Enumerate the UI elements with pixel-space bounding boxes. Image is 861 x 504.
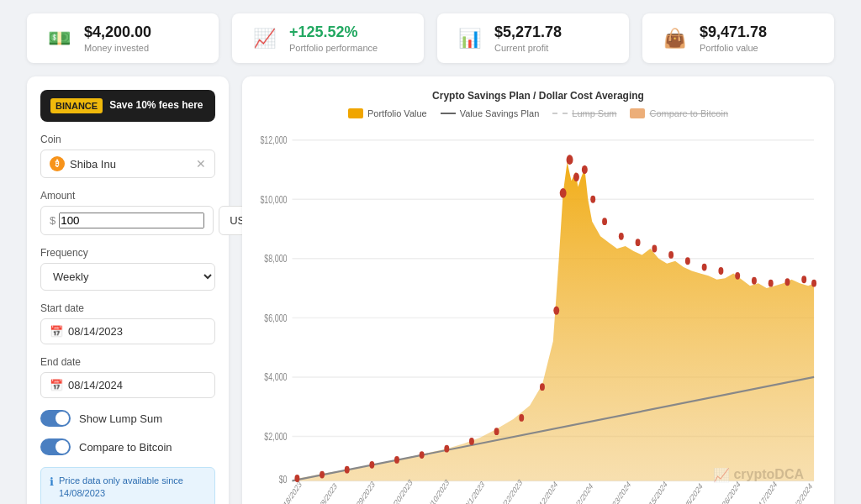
svg-text:$6,000: $6,000 xyxy=(264,312,287,323)
amount-input-wrapper[interactable]: $ xyxy=(40,206,214,235)
start-date-field-group: Start date 📅 08/14/2023 xyxy=(40,302,215,344)
watermark-icon: 📈 xyxy=(713,467,730,483)
end-date-field-group: End date 📅 08/14/2024 xyxy=(40,356,215,398)
dot-marker xyxy=(553,306,559,314)
legend-line-savings xyxy=(441,113,456,114)
performance-value: +125.52% xyxy=(289,24,378,41)
dot-marker xyxy=(769,280,774,287)
legend-swatch-bitcoin xyxy=(630,108,645,118)
svg-text:9/8/2023: 9/8/2023 xyxy=(316,480,338,504)
portfolio-value-amount: $9,471.78 xyxy=(700,24,767,41)
svg-text:9/29/2023: 9/29/2023 xyxy=(351,479,376,504)
start-date-label: Start date xyxy=(40,302,215,314)
profit-label: Current profit xyxy=(494,43,562,53)
profit-value: $5,271.78 xyxy=(494,24,562,41)
dot-marker xyxy=(567,155,573,165)
dot-marker xyxy=(420,451,425,459)
legend-label-bitcoin: Compare to Bitcoin xyxy=(649,108,728,118)
dot-marker xyxy=(652,245,657,253)
portfolio-icon: 👜 xyxy=(659,28,689,50)
legend-label-lump: Lump Sum xyxy=(572,108,616,118)
svg-text:3/15/2024: 3/15/2024 xyxy=(644,479,668,504)
chart-title: Crypto Savings Plan / Dollar Cost Averag… xyxy=(256,90,821,102)
calendar-icon: 📅 xyxy=(50,325,63,338)
info-icon: ℹ xyxy=(50,475,54,488)
dot-marker xyxy=(718,267,723,275)
compare-bitcoin-toggle-row: Compare to Bitcoin xyxy=(40,438,215,455)
dot-marker xyxy=(345,466,350,474)
performance-label: Portfolio performance xyxy=(289,43,378,53)
svg-text:12/1/2023: 12/1/2023 xyxy=(461,479,485,504)
dot-marker xyxy=(619,233,624,240)
legend-label-portfolio: Portfolio Value xyxy=(367,108,427,118)
stat-current-profit: 📊 $5,271.78 Current profit xyxy=(437,13,629,63)
portfolio-value-label: Portfolio value xyxy=(700,43,767,53)
svg-text:$0: $0 xyxy=(279,474,288,486)
dot-marker xyxy=(444,445,449,453)
amount-label: Amount xyxy=(40,190,215,202)
dollar-sign: $ xyxy=(50,214,55,227)
dot-marker xyxy=(540,383,545,391)
dot-marker xyxy=(369,461,374,469)
frequency-select[interactable]: Weekly Daily Monthly xyxy=(40,263,215,291)
amount-input[interactable] xyxy=(59,213,204,228)
chart-legend: Portfolio Value Value Savings Plan Lump … xyxy=(256,108,821,118)
frequency-field-group: Frequency Weekly Daily Monthly xyxy=(40,247,215,291)
amount-row: $ USD EUR GBP xyxy=(40,206,215,235)
dot-marker xyxy=(685,257,690,265)
dot-marker xyxy=(494,428,499,435)
left-panel: BINANCE Save 10% fees here Coin ₿ Shiba … xyxy=(27,76,229,504)
compare-bitcoin-toggle[interactable] xyxy=(40,438,71,455)
stat-money-invested: 💵 $4,200.00 Money invested xyxy=(27,13,219,63)
legend-label-savings: Value Savings Plan xyxy=(460,108,540,118)
dot-marker xyxy=(735,272,740,280)
clear-coin-button[interactable]: ✕ xyxy=(196,157,206,171)
dot-marker xyxy=(573,173,579,181)
binance-banner[interactable]: BINANCE Save 10% fees here xyxy=(40,90,215,122)
svg-text:2/23/2024: 2/23/2024 xyxy=(607,479,631,504)
stat-portfolio-value: 👜 $9,471.78 Portfolio value xyxy=(642,13,834,63)
coin-label: Coin xyxy=(40,134,215,145)
dot-marker xyxy=(668,251,673,259)
dot-marker xyxy=(469,438,474,445)
dot-marker xyxy=(582,165,588,174)
coin-field-group: Coin ₿ Shiba Inu ✕ xyxy=(40,134,215,178)
svg-text:4/5/2024: 4/5/2024 xyxy=(682,480,704,504)
calendar-icon-2: 📅 xyxy=(50,379,63,391)
dot-marker xyxy=(602,218,607,225)
dot-marker xyxy=(590,196,595,203)
performance-icon: 📈 xyxy=(249,28,279,50)
dot-marker xyxy=(801,276,806,283)
coin-icon: ₿ xyxy=(50,156,65,171)
legend-compare-bitcoin: Compare to Bitcoin xyxy=(630,108,728,118)
legend-dashed-lump xyxy=(552,113,568,114)
dot-marker xyxy=(294,475,299,482)
start-date-value: 08/14/2023 xyxy=(68,325,123,338)
dot-marker xyxy=(394,456,399,464)
lump-sum-toggle-row: Show Lump Sum xyxy=(40,410,215,427)
money-invested-label: Money invested xyxy=(84,43,151,53)
watermark: 📈 cryptoDCA xyxy=(713,467,804,483)
start-date-input[interactable]: 📅 08/14/2023 xyxy=(40,318,215,344)
chart-svg: $12,000 $10,000 $8,000 $6,000 $4,000 $2,… xyxy=(256,125,821,504)
dot-marker xyxy=(519,414,524,422)
stat-portfolio-performance: 📈 +125.52% Portfolio performance xyxy=(232,13,424,63)
legend-swatch-portfolio xyxy=(348,108,363,118)
money-invested-value: $4,200.00 xyxy=(84,24,151,41)
dot-marker xyxy=(320,471,325,479)
svg-text:$4,000: $4,000 xyxy=(264,371,287,383)
lump-sum-label: Show Lump Sum xyxy=(79,412,162,425)
coin-name: Shiba Inu xyxy=(70,158,116,171)
end-date-label: End date xyxy=(40,356,215,368)
svg-text:$12,000: $12,000 xyxy=(260,134,287,145)
coin-input[interactable]: ₿ Shiba Inu ✕ xyxy=(40,150,215,178)
end-date-input[interactable]: 📅 08/14/2024 xyxy=(40,372,215,398)
end-date-value: 08/14/2024 xyxy=(68,379,123,391)
binance-logo: BINANCE xyxy=(50,98,103,113)
compare-bitcoin-label: Compare to Bitcoin xyxy=(79,441,172,454)
info-message: Price data only available since 14/08/20… xyxy=(59,475,206,501)
legend-value-savings: Value Savings Plan xyxy=(441,108,540,118)
legend-portfolio-value: Portfolio Value xyxy=(348,108,427,118)
stats-bar: 💵 $4,200.00 Money invested 📈 +125.52% Po… xyxy=(27,13,834,63)
lump-sum-toggle[interactable] xyxy=(40,410,71,427)
